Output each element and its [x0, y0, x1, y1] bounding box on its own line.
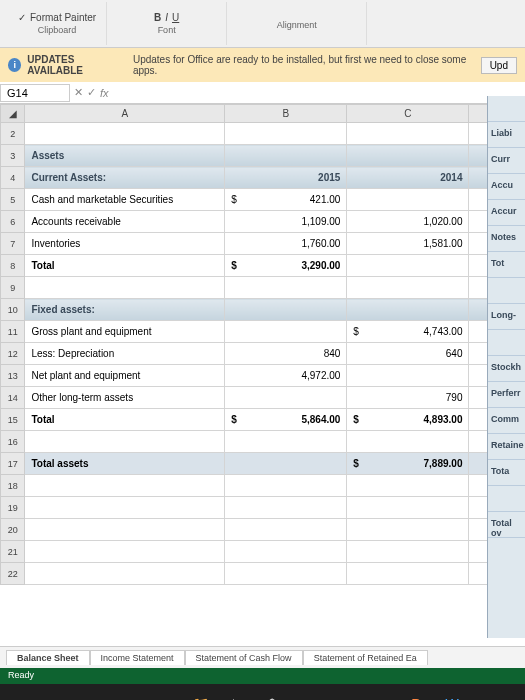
word-icon[interactable]: W [438, 690, 466, 700]
bold-icon[interactable]: B [154, 12, 161, 23]
cell[interactable] [25, 519, 225, 541]
cell[interactable] [225, 387, 347, 409]
cell[interactable] [225, 431, 347, 453]
cell[interactable]: Assets [25, 145, 225, 167]
row-header[interactable]: 4 [1, 167, 25, 189]
cell[interactable]: 5,864.00 [225, 409, 347, 431]
cell[interactable] [347, 277, 469, 299]
cell[interactable]: 7,889.00 [347, 453, 469, 475]
cell[interactable]: 640 [347, 343, 469, 365]
row-header[interactable]: 16 [1, 431, 25, 453]
row-header[interactable]: 12 [1, 343, 25, 365]
cell[interactable]: 2015 [225, 167, 347, 189]
cell[interactable] [347, 299, 469, 321]
cell[interactable] [25, 123, 225, 145]
tab-retained-earnings[interactable]: Statement of Retained Ea [303, 650, 428, 665]
row-header[interactable]: 21 [1, 541, 25, 563]
row-header[interactable]: 13 [1, 365, 25, 387]
chrome-icon[interactable]: ◉ [366, 690, 394, 700]
cell[interactable]: Total assets [25, 453, 225, 475]
cell[interactable] [225, 321, 347, 343]
cell[interactable]: Less: Depreciation [25, 343, 225, 365]
cell[interactable] [225, 123, 347, 145]
cell[interactable]: 4,893.00 [347, 409, 469, 431]
enter-icon[interactable]: ✓ [87, 86, 96, 99]
cell[interactable]: 1,020.00 [347, 211, 469, 233]
search-icon[interactable]: ⌕ [42, 690, 70, 700]
cell[interactable]: 3,290.00 [225, 255, 347, 277]
cell[interactable] [347, 189, 469, 211]
row-header[interactable]: 9 [1, 277, 25, 299]
dropbox-icon[interactable]: ⬡ [258, 690, 286, 700]
row-header[interactable]: 3 [1, 145, 25, 167]
cell[interactable]: Current Assets: [25, 167, 225, 189]
font-tools[interactable]: B I U [154, 12, 179, 23]
cell[interactable] [347, 475, 469, 497]
cell[interactable] [225, 475, 347, 497]
cell[interactable] [25, 431, 225, 453]
cell[interactable] [347, 123, 469, 145]
cell[interactable] [225, 453, 347, 475]
col-header-c[interactable]: C [347, 105, 469, 123]
spreadsheet-grid[interactable]: ◢ A B C D 23Assets4Current Assets:201520… [0, 104, 525, 646]
edge-icon[interactable]: e [150, 690, 178, 700]
cell[interactable]: 840 [225, 343, 347, 365]
cell[interactable] [347, 497, 469, 519]
row-header[interactable]: 17 [1, 453, 25, 475]
fx-icon[interactable]: fx [100, 87, 109, 99]
cell[interactable]: Other long-term assets [25, 387, 225, 409]
cell[interactable]: 4,972.00 [225, 365, 347, 387]
cell[interactable] [25, 497, 225, 519]
cell[interactable]: Accounts receivable [25, 211, 225, 233]
explorer-icon[interactable]: 📁 [186, 690, 214, 700]
cell[interactable] [225, 497, 347, 519]
cell[interactable] [225, 541, 347, 563]
row-header[interactable]: 6 [1, 211, 25, 233]
name-box[interactable] [0, 84, 70, 102]
row-header[interactable]: 15 [1, 409, 25, 431]
cell[interactable] [347, 563, 469, 585]
cell[interactable] [25, 475, 225, 497]
cell[interactable]: Cash and marketable Securities [25, 189, 225, 211]
format-painter-button[interactable]: ✓ Format Painter [18, 12, 96, 23]
cell[interactable]: 421.00 [225, 189, 347, 211]
select-all-corner[interactable]: ◢ [1, 105, 25, 123]
cell[interactable]: Total [25, 255, 225, 277]
cell[interactable] [25, 541, 225, 563]
cell[interactable]: 790 [347, 387, 469, 409]
cell[interactable]: Gross plant and equipment [25, 321, 225, 343]
tab-balance-sheet[interactable]: Balance Sheet [6, 650, 90, 665]
cell[interactable]: Net plant and equipment [25, 365, 225, 387]
app-icon-a[interactable]: a [294, 690, 322, 700]
cell[interactable] [225, 519, 347, 541]
cell[interactable]: 1,581.00 [347, 233, 469, 255]
row-header[interactable]: 8 [1, 255, 25, 277]
row-header[interactable]: 11 [1, 321, 25, 343]
row-header[interactable]: 18 [1, 475, 25, 497]
row-header[interactable]: 2 [1, 123, 25, 145]
taskview-icon[interactable]: ▭ [114, 690, 142, 700]
row-header[interactable]: 22 [1, 563, 25, 585]
underline-icon[interactable]: U [172, 12, 179, 23]
cell[interactable]: 1,760.00 [225, 233, 347, 255]
cell[interactable]: 4,743.00 [347, 321, 469, 343]
cell[interactable] [225, 299, 347, 321]
store-icon[interactable]: 🛍 [222, 690, 250, 700]
cell[interactable]: 2014 [347, 167, 469, 189]
cell[interactable] [25, 277, 225, 299]
tab-income-statement[interactable]: Income Statement [90, 650, 185, 665]
col-header-b[interactable]: B [225, 105, 347, 123]
tab-cash-flow[interactable]: Statement of Cash Flow [185, 650, 303, 665]
cell[interactable]: Total [25, 409, 225, 431]
cell[interactable] [347, 431, 469, 453]
cancel-icon[interactable]: ✕ [74, 86, 83, 99]
cell[interactable]: Fixed assets: [25, 299, 225, 321]
row-header[interactable]: 7 [1, 233, 25, 255]
cell[interactable]: Inventories [25, 233, 225, 255]
cell[interactable] [347, 145, 469, 167]
app-icon-chart[interactable]: ◐ [330, 690, 358, 700]
cell[interactable] [347, 365, 469, 387]
row-header[interactable]: 19 [1, 497, 25, 519]
cell[interactable] [347, 255, 469, 277]
italic-icon[interactable]: I [165, 12, 168, 23]
